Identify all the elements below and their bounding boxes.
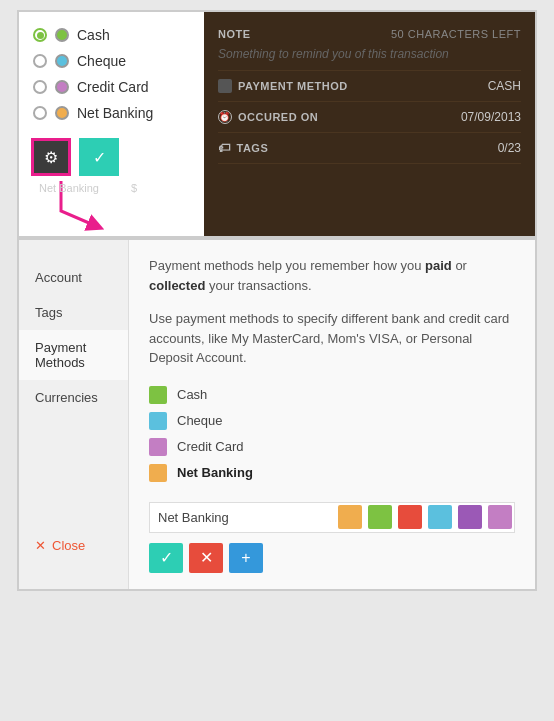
confirm-button[interactable]: ✓ (79, 138, 119, 176)
gear-button[interactable]: ⚙ (31, 138, 71, 176)
description2: Use payment methods to specify different… (149, 309, 515, 368)
swatch-creditcard (149, 438, 167, 456)
payment-method-list: Cash Cheque Credit Card Net Banking (149, 382, 515, 486)
clock-icon: ⏰ (218, 110, 232, 124)
note-placeholder[interactable]: Something to remind you of this transact… (218, 44, 521, 64)
arrow-area: Net Banking $ (31, 176, 192, 226)
top-section: Cash Cheque Credit Card Net Banking (17, 10, 537, 238)
sidebar-item-account[interactable]: Account (19, 260, 128, 295)
color-creditcard (55, 80, 69, 94)
delete-button[interactable]: ✕ (189, 543, 223, 573)
note-label: NOTE (218, 28, 251, 40)
close-icon: ✕ (35, 538, 46, 553)
payment-list-netbanking[interactable]: Net Banking (149, 460, 515, 486)
color-swatch-1[interactable] (368, 505, 392, 529)
dropdown-item-cheque[interactable]: Cheque (31, 48, 192, 74)
radio-netbanking[interactable] (33, 106, 47, 120)
occurred-label: ⏰ OCCURED ON (218, 110, 318, 124)
radio-cash[interactable] (33, 28, 47, 42)
sidebar-item-tags[interactable]: Tags (19, 295, 128, 330)
note-chars: 50 CHARACTERS LEFT (391, 28, 521, 40)
payment-method-row: PAYMENT METHOD CASH (218, 71, 521, 102)
bottom-section: Account Tags Payment Methods Currencies … (17, 238, 537, 591)
color-swatch-5[interactable] (488, 505, 512, 529)
color-swatch-0[interactable] (338, 505, 362, 529)
payment-method-label: PAYMENT METHOD (218, 79, 348, 93)
label-cash: Cash (77, 27, 110, 43)
payment-dropdown: Cash Cheque Credit Card Net Banking (31, 22, 192, 126)
note-section: NOTE 50 CHARACTERS LEFT Something to rem… (218, 22, 521, 71)
dropdown-item-netbanking[interactable]: Net Banking (31, 100, 192, 126)
description1: Payment methods help you remember how yo… (149, 256, 515, 295)
color-swatch-2[interactable] (398, 505, 422, 529)
swatch-cheque (149, 412, 167, 430)
save-button[interactable]: ✓ (149, 543, 183, 573)
sidebar-item-currencies[interactable]: Currencies (19, 380, 128, 415)
payment-method-value: CASH (488, 79, 521, 93)
main-content: Payment methods help you remember how yo… (129, 240, 535, 589)
add-button[interactable]: + (229, 543, 263, 573)
swatch-netbanking (149, 464, 167, 482)
dropdown-actions: ⚙ ✓ (31, 138, 192, 176)
color-cheque (55, 54, 69, 68)
edit-input-row (149, 502, 515, 533)
payment-list-cash[interactable]: Cash (149, 382, 515, 408)
dropdown-item-creditcard[interactable]: Credit Card (31, 74, 192, 100)
occurred-value: 07/09/2013 (461, 110, 521, 124)
dark-form: NOTE 50 CHARACTERS LEFT Something to rem… (204, 12, 535, 236)
close-button[interactable]: ✕ Close (19, 522, 128, 569)
tags-value: 0/23 (498, 141, 521, 155)
bottom-label: Net Banking (39, 182, 99, 194)
label-cheque: Cheque (77, 53, 126, 69)
payment-list-cheque[interactable]: Cheque (149, 408, 515, 434)
payment-name-input[interactable] (152, 505, 332, 530)
tags-row: 🏷 TAGS 0/23 (218, 133, 521, 164)
swatch-cash (149, 386, 167, 404)
sidebar: Account Tags Payment Methods Currencies … (19, 240, 129, 589)
label-netbanking: Net Banking (77, 105, 153, 121)
color-netbanking (55, 106, 69, 120)
color-swatch-4[interactable] (458, 505, 482, 529)
radio-creditcard[interactable] (33, 80, 47, 94)
note-header: NOTE 50 CHARACTERS LEFT (218, 22, 521, 44)
label-creditcard: Credit Card (77, 79, 149, 95)
action-buttons: ✓ ✕ + (149, 543, 515, 573)
dropdown-item-cash[interactable]: Cash (31, 22, 192, 48)
color-cash (55, 28, 69, 42)
color-swatch-3[interactable] (428, 505, 452, 529)
bottom-value: $ (131, 182, 137, 194)
sidebar-item-payment-methods[interactable]: Payment Methods (19, 330, 128, 380)
dropdown-panel: Cash Cheque Credit Card Net Banking (19, 12, 204, 236)
occurred-row: ⏰ OCCURED ON 07/09/2013 (218, 102, 521, 133)
radio-cheque[interactable] (33, 54, 47, 68)
tags-label: 🏷 TAGS (218, 141, 268, 155)
payment-list-creditcard[interactable]: Credit Card (149, 434, 515, 460)
